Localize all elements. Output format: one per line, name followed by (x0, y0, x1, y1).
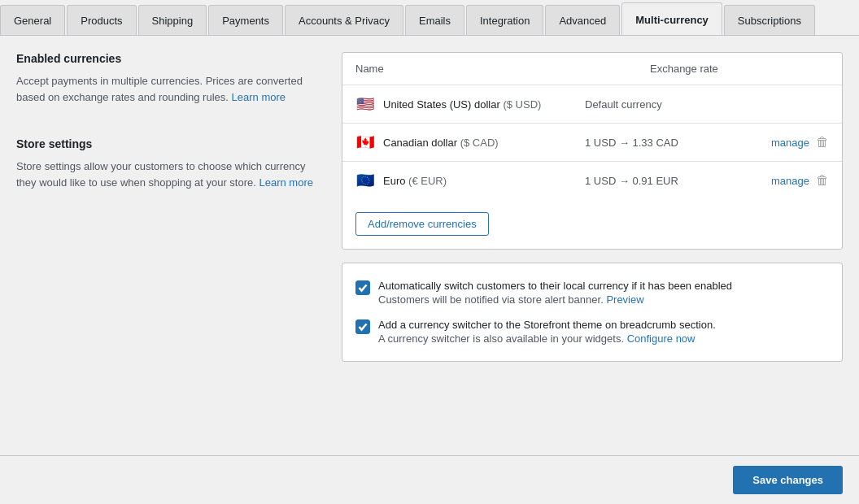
tab-multi-currency[interactable]: Multi-currency (621, 2, 722, 35)
enabled-currencies-learn-more[interactable]: Learn more (232, 91, 286, 103)
tab-bar: General Products Shipping Payments Accou… (0, 0, 859, 36)
tab-general[interactable]: General (0, 5, 65, 35)
currency-switcher-row: Add a currency switcher to the Storefron… (355, 319, 829, 345)
usd-flag: 🇺🇸 (355, 97, 375, 111)
tab-payments[interactable]: Payments (208, 5, 283, 35)
auto-switch-text: Automatically switch customers to their … (378, 280, 829, 306)
tab-emails[interactable]: Emails (405, 5, 464, 35)
tab-advanced[interactable]: Advanced (545, 5, 620, 35)
auto-switch-sub: Customers will be notified via store ale… (378, 293, 644, 306)
footer: Save changes (0, 455, 859, 504)
eur-name: Euro (€ EUR) (383, 175, 585, 187)
store-settings-desc: Store settings allow your customers to c… (16, 159, 325, 190)
eur-code: (€ EUR) (408, 175, 447, 187)
col-name-header: Name (355, 63, 650, 75)
tab-accounts-privacy[interactable]: Accounts & Privacy (285, 5, 403, 35)
cad-actions: manage 🗑 (764, 135, 829, 150)
eur-rate: 1 USD → 0.91 EUR (585, 175, 764, 187)
auto-switch-row: Automatically switch customers to their … (355, 280, 829, 306)
usd-code: ($ USD) (503, 98, 541, 111)
auto-switch-label: Automatically switch customers to their … (378, 280, 829, 292)
cad-code: ($ CAD) (460, 137, 499, 149)
eur-manage-link[interactable]: manage (771, 175, 809, 187)
cad-manage-link[interactable]: manage (771, 137, 809, 149)
eur-flag: 🇪🇺 (355, 173, 375, 188)
save-changes-button[interactable]: Save changes (733, 466, 843, 494)
configure-now-link[interactable]: Configure now (627, 332, 695, 345)
tab-products[interactable]: Products (67, 5, 136, 35)
col-rate-header: Exchange rate (650, 63, 829, 75)
tab-integration[interactable]: Integration (466, 5, 543, 35)
currency-switcher-checkbox-wrapper (355, 319, 370, 334)
auto-switch-preview-link[interactable]: Preview (606, 293, 643, 306)
eur-delete-icon[interactable]: 🗑 (816, 173, 829, 188)
sidebar: Enabled currencies Accept payments in mu… (16, 52, 325, 362)
currency-switcher-label: Add a currency switcher to the Storefron… (378, 319, 829, 331)
auto-switch-checkbox[interactable] (355, 280, 370, 295)
auto-switch-checkbox-wrapper (355, 280, 370, 295)
enabled-currencies-title: Enabled currencies (16, 52, 325, 65)
enabled-currencies-desc: Accept payments in multiple currencies. … (16, 73, 325, 105)
currency-switcher-checkbox[interactable] (355, 319, 370, 334)
settings-checkboxes: Automatically switch customers to their … (342, 263, 842, 361)
enabled-currencies-section: Enabled currencies Accept payments in mu… (16, 52, 325, 105)
currency-table: Name Exchange rate 🇺🇸 United States (US)… (342, 53, 842, 199)
cad-rate: 1 USD → 1.33 CAD (585, 137, 764, 149)
tab-shipping[interactable]: Shipping (138, 5, 207, 35)
currencies-panel: Name Exchange rate 🇺🇸 United States (US)… (342, 52, 843, 250)
store-settings-learn-more[interactable]: Learn more (259, 176, 312, 189)
cad-flag: 🇨🇦 (355, 135, 375, 150)
store-settings-title: Store settings (16, 137, 325, 150)
cad-delete-icon[interactable]: 🗑 (816, 135, 829, 150)
currency-row-cad: 🇨🇦 Canadian dollar ($ CAD) 1 USD → 1.33 … (342, 124, 842, 162)
tab-subscriptions[interactable]: Subscriptions (724, 5, 815, 35)
usd-rate: Default currency (585, 98, 764, 111)
currency-row-eur: 🇪🇺 Euro (€ EUR) 1 USD → 0.91 EUR manage … (342, 162, 842, 199)
currency-switcher-text: Add a currency switcher to the Storefron… (378, 319, 829, 345)
currency-switcher-sub: A currency switcher is also available in… (378, 332, 695, 345)
eur-actions: manage 🗑 (764, 173, 829, 188)
store-settings-panel: Automatically switch customers to their … (342, 263, 843, 362)
cad-name: Canadian dollar ($ CAD) (383, 137, 585, 149)
store-settings-section: Store settings Store settings allow your… (16, 137, 325, 190)
main-content: Enabled currencies Accept payments in mu… (0, 36, 859, 411)
add-remove-currencies-button[interactable]: Add/remove currencies (355, 212, 489, 236)
usd-name: United States (US) dollar ($ USD) (383, 98, 585, 111)
currency-table-header: Name Exchange rate (342, 53, 842, 85)
currency-row-usd: 🇺🇸 United States (US) dollar ($ USD) Def… (342, 85, 842, 124)
